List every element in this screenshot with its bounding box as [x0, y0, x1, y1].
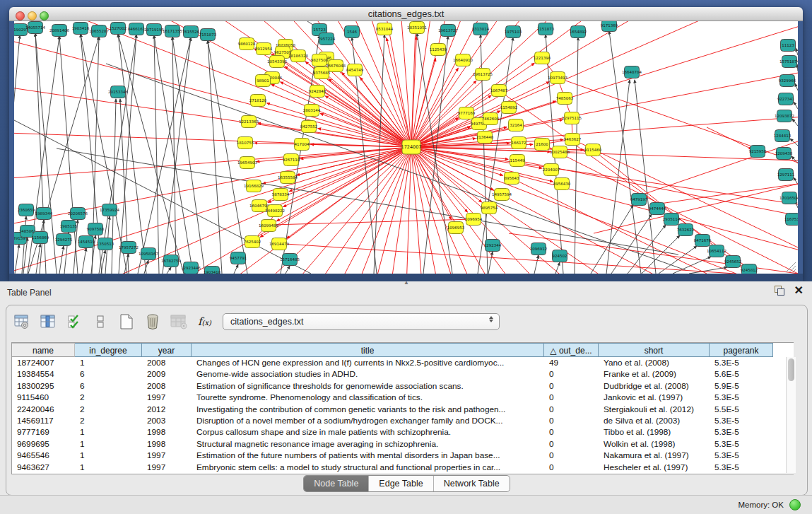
table-cell[interactable]: 2009 — [142, 368, 192, 380]
table-cell[interactable]: 2003 — [142, 415, 192, 426]
table-cell[interactable]: Jankovic et al. (1997) — [599, 392, 710, 403]
graph-node-teal[interactable]: 1244413 — [774, 130, 792, 142]
network-select-dropdown[interactable]: citations_edges.txt — [223, 313, 500, 330]
graph-node-yellow[interactable]: 19613725 — [473, 69, 493, 81]
table-cell[interactable]: 1997 — [142, 462, 192, 473]
graph-node-teal[interactable]: 17957272 — [119, 242, 139, 254]
row-select-icon[interactable] — [64, 311, 85, 332]
graph-node-teal[interactable]: 1209438 — [775, 148, 793, 160]
graph-node-yellow[interactable]: 98901 — [256, 75, 271, 87]
graph-node-yellow[interactable]: 166172 — [512, 137, 526, 149]
column-chooser-icon[interactable] — [37, 311, 59, 332]
table-cell[interactable]: 2 — [75, 404, 142, 415]
graph-node-teal[interactable]: 10655287 — [89, 25, 109, 37]
table-cell[interactable]: 1997 — [142, 450, 192, 461]
trash-icon[interactable] — [142, 311, 163, 332]
graph-node-teal[interactable]: 9329966 — [779, 75, 796, 87]
graph-node-teal[interactable]: 1156869 — [32, 232, 49, 244]
graph-node-teal[interactable]: 1903416 — [72, 23, 90, 35]
table-cell[interactable]: 2 — [75, 415, 142, 426]
graph-node-teal[interactable]: 17016504 — [779, 192, 798, 204]
table-cell[interactable]: 5.3E-5 — [710, 450, 773, 461]
tab-node-table[interactable]: Node Table — [304, 476, 369, 491]
graph-node-yellow[interactable]: 1221398 — [534, 52, 551, 64]
graph-node-yellow[interactable]: 2136448 — [476, 132, 494, 144]
column-header-out_de[interactable]: △ out_de... — [544, 343, 599, 357]
graph-node-teal[interactable]: 16171355 — [163, 25, 182, 37]
table-cell[interactable]: 5.3E-5 — [710, 415, 773, 426]
table-cell[interactable]: 9777169 — [12, 426, 75, 438]
graph-node-yellow[interactable]: 1724007 — [401, 140, 422, 154]
table-cell[interactable]: Embryonic stem cells: a model to study s… — [192, 462, 544, 473]
table-cell[interactable]: 5.3E-5 — [710, 426, 773, 438]
table-cell[interactable]: Genome-wide association studies in ADHD. — [192, 368, 544, 380]
graph-node-yellow[interactable]: 9375685 — [313, 67, 331, 79]
graph-node-teal[interactable]: 1989344 — [35, 208, 53, 220]
table-cell[interactable]: 9465546 — [12, 450, 75, 461]
column-header-in_degree[interactable]: in_degree — [75, 343, 142, 357]
graph-node-teal[interactable]: 1654892 — [570, 26, 587, 38]
graph-node-teal[interactable]: 1292344 — [484, 240, 502, 252]
graph-node-yellow[interactable]: 16640910 — [453, 54, 473, 66]
graph-node-yellow[interactable]: 9860128 — [238, 38, 256, 50]
citation-network-graph[interactable]: 1902914055714208914061903416106552871527… — [14, 21, 798, 274]
table-cell[interactable]: Wolkin et al. (1998) — [599, 438, 710, 450]
graph-node-teal[interactable]: 16782759 — [161, 255, 181, 267]
table-cell[interactable]: 2008 — [142, 357, 192, 368]
graph-node-teal[interactable]: 8471676 — [694, 235, 712, 247]
table-cell[interactable]: 2008 — [142, 380, 192, 392]
graph-node-yellow[interactable]: 16099489 — [259, 220, 278, 232]
graph-node-yellow[interactable]: 10025488 — [550, 146, 570, 158]
table-cell[interactable]: Disruption of a novel member of a sodium… — [192, 415, 544, 426]
table-cell[interactable]: Yano et al. (2008) — [599, 357, 710, 368]
graph-node-teal[interactable]: 7151873 — [199, 29, 217, 41]
column-header-title[interactable]: title — [192, 343, 544, 357]
graph-node-teal[interactable]: 20891406 — [49, 25, 69, 37]
graph-node-teal[interactable]: 1167533 — [784, 214, 798, 226]
graph-node-yellow[interactable]: 8531044 — [376, 23, 394, 35]
graph-node-yellow[interactable]: 21600 — [535, 139, 550, 151]
graph-node-teal[interactable]: 924502 — [553, 250, 567, 262]
graph-node-yellow[interactable]: 9267110 — [283, 154, 300, 166]
graph-node-teal[interactable]: 8313014 — [472, 23, 490, 35]
table-cell[interactable]: 1998 — [142, 426, 192, 438]
graph-node-yellow[interactable]: 10973493 — [548, 72, 567, 84]
graph-node-yellow[interactable]: 16355584 — [278, 172, 298, 184]
graph-node-teal[interactable]: 9457791 — [230, 252, 247, 264]
graph-node-yellow[interactable]: 8956430 — [553, 178, 571, 190]
table-cell[interactable]: de Silva et al. (2003) — [599, 415, 710, 426]
column-header-year[interactable]: year — [142, 343, 192, 357]
graph-node-teal[interactable]: 1905135 — [60, 221, 78, 233]
graph-node-teal[interactable]: 9474444 — [649, 203, 666, 215]
table-cell[interactable]: Hescheler et al. (1997) — [599, 462, 710, 473]
graph-node-teal[interactable]: 1294275 — [55, 234, 73, 246]
float-panel-icon[interactable] — [775, 286, 784, 296]
graph-node-teal[interactable]: 1975103 — [505, 26, 522, 38]
table-cell[interactable]: 6 — [75, 368, 142, 380]
graph-node-teal[interactable]: 15716485 — [280, 254, 300, 266]
graph-node-teal[interactable]: 10719195 — [144, 24, 164, 36]
table-cell[interactable]: 1 — [75, 450, 142, 461]
table-cell[interactable]: Tibbo et al. (1998) — [599, 426, 710, 438]
graph-node-teal[interactable]: 1454519 — [78, 236, 95, 248]
graph-node-teal[interactable]: 12923446 — [181, 262, 201, 274]
table-cell[interactable]: Changes of HCN gene expression and I(f) … — [192, 357, 544, 368]
graph-node-yellow[interactable]: 1810755 — [237, 137, 254, 149]
table-row[interactable]: 1830029562008Estimation of significance … — [12, 380, 794, 392]
table-cell[interactable]: 5.6E-5 — [710, 368, 773, 380]
table-cell[interactable]: Stergiakouli et al. (2012) — [599, 404, 710, 415]
graph-node-yellow[interactable]: 7485063 — [556, 93, 574, 105]
table-cell[interactable]: 5.5E-5 — [710, 404, 773, 415]
graph-node-teal[interactable]: 1096912 — [530, 243, 548, 255]
table-cell[interactable]: 1 — [75, 438, 142, 450]
graph-node-teal[interactable]: 9097588 — [87, 223, 105, 235]
graph-node-yellow[interactable]: 9777169 — [458, 107, 476, 119]
table-cell[interactable]: 1 — [75, 426, 142, 438]
table-row[interactable]: 946362711997Embryonic stem cells: a mode… — [12, 462, 794, 473]
table-cell[interactable]: Estimation of the future numbers of pati… — [192, 450, 544, 461]
table-cell[interactable]: Dudbridge et al. (2008) — [599, 380, 710, 392]
graph-node-yellow[interactable]: 2803144 — [303, 105, 321, 117]
graph-node-teal[interactable]: 6479197 — [630, 194, 648, 206]
graph-node-teal[interactable]: 17359924 — [100, 204, 119, 216]
table-row[interactable]: 946554611997Estimation of the future num… — [12, 450, 794, 461]
